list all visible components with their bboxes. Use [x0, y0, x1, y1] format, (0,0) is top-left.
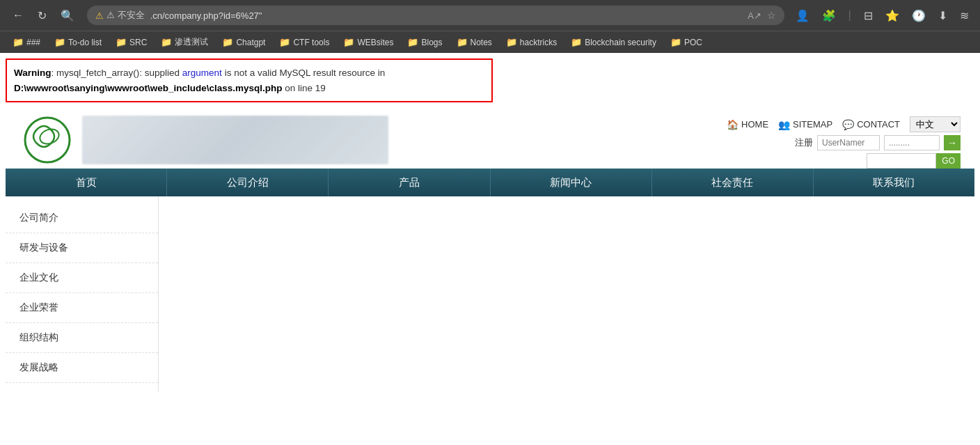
- bookmark-bm-hacktricks[interactable]: 📁hacktricks: [500, 35, 562, 49]
- address-bar[interactable]: ⚠ ⚠ 不安全 .cn/company.php?id=6%27" A↗ ☆: [87, 6, 784, 25]
- sql-error-warning: Warning: mysql_fetch_array(): supplied a…: [6, 58, 493, 102]
- sidebar-item-sb-rnd[interactable]: 研发与设备: [6, 233, 158, 263]
- bookmark-bm-websites[interactable]: 📁WEBsites: [338, 35, 399, 49]
- folder-icon: 📁: [222, 37, 233, 47]
- bookmark-bm-hash[interactable]: 📁###: [7, 35, 46, 49]
- warning-text-2: is not a valid MySQL result resource in: [222, 68, 385, 78]
- refresh-button[interactable]: ↻: [33, 6, 51, 25]
- bookmark-label: Blockchain security: [585, 38, 656, 47]
- browser-chrome: ← ↻ 🔍 ⚠ ⚠ 不安全 .cn/company.php?id=6%27" A…: [0, 0, 980, 31]
- bookmark-label: WEBsites: [357, 38, 393, 47]
- folder-icon: 📁: [54, 37, 65, 47]
- bookmark-bm-blockchain[interactable]: 📁Blockchain security: [565, 35, 662, 49]
- home-nav-item[interactable]: 🏠 HOME: [727, 119, 768, 130]
- site-banner: [82, 116, 388, 164]
- search-button[interactable]: 🔍: [56, 6, 79, 25]
- split-view-icon[interactable]: ⊟: [861, 8, 876, 24]
- bookmark-bm-blogs[interactable]: 📁Blogs: [402, 35, 448, 49]
- contact-nav-item[interactable]: 💬 CONTACT: [842, 119, 900, 130]
- content-area: 公司简介研发与设备企业文化企业荣誉组织结构发展战略: [6, 196, 974, 391]
- bookmark-bm-src[interactable]: 📁SRC: [110, 35, 152, 49]
- sitemap-label: SITEMAP: [793, 119, 832, 130]
- nav-item-nav-csr[interactable]: 社会责任: [652, 169, 814, 196]
- folder-icon: 📁: [670, 37, 681, 47]
- language-selector[interactable]: 中文 English: [910, 116, 961, 132]
- back-button[interactable]: ←: [8, 6, 28, 24]
- site-logo: [19, 112, 75, 168]
- folder-icon: 📁: [457, 37, 468, 47]
- warning-text-1: : mysql_fetch_array(): supplied: [52, 68, 182, 78]
- home-label: HOME: [741, 119, 768, 130]
- go-button[interactable]: GO: [936, 153, 961, 169]
- folder-icon: 📁: [506, 37, 517, 47]
- website-container: 🏠 HOME 👥 SITEMAP 💬 CONTACT 中文 English: [6, 108, 974, 391]
- register-label: 注册: [795, 136, 813, 149]
- go-input[interactable]: [867, 153, 936, 169]
- svg-point-1: [38, 127, 61, 146]
- folder-icon: 📁: [407, 37, 418, 47]
- sitemap-nav-item[interactable]: 👥 SITEMAP: [778, 119, 832, 130]
- favorite-icon[interactable]: ☆: [767, 10, 776, 21]
- bookmark-bm-poc[interactable]: 📁POC: [665, 35, 708, 49]
- sidebar-item-sb-intro[interactable]: 公司简介: [6, 203, 158, 233]
- svg-point-0: [25, 118, 70, 162]
- sidebar-item-sb-honor[interactable]: 企业荣誉: [6, 293, 158, 323]
- sidebar-item-sb-culture[interactable]: 企业文化: [6, 263, 158, 293]
- sidebar-item-sb-org[interactable]: 组织结构: [6, 323, 158, 353]
- contact-icon: 💬: [842, 119, 854, 130]
- url-text: .cn/company.php?id=6%27": [150, 10, 743, 21]
- main-content: [159, 196, 974, 391]
- home-icon: 🏠: [727, 119, 738, 130]
- bookmark-bm-notes[interactable]: 📁Notes: [451, 35, 498, 49]
- folder-icon: 📁: [13, 37, 24, 47]
- bookmark-label: ###: [26, 38, 40, 47]
- bookmark-label: SRC: [129, 38, 147, 47]
- warning-argument: argument: [182, 68, 222, 78]
- bookmark-label: Blogs: [421, 38, 442, 47]
- insecure-label: ⚠ 不安全: [106, 9, 145, 22]
- nav-item-nav-contact[interactable]: 联系我们: [814, 169, 974, 196]
- nav-buttons: ← ↻ 🔍: [8, 6, 79, 25]
- warning-text-3: on line: [283, 83, 315, 93]
- bookmark-bm-pentest[interactable]: 📁渗透测试: [155, 34, 214, 50]
- more-options-icon[interactable]: ≋: [957, 8, 972, 24]
- browser-actions: 👤 🧩 | ⊟ ⭐ 🕐 ⬇ ≋: [793, 8, 972, 24]
- warning-label: Warning: [14, 68, 52, 78]
- separator-1: |: [846, 8, 854, 23]
- nav-item-nav-news[interactable]: 新闻中心: [491, 169, 652, 196]
- password-input[interactable]: [884, 135, 940, 150]
- bookmark-bm-chatgpt[interactable]: 📁Chatgpt: [216, 35, 271, 49]
- bookmark-label: Chatgpt: [236, 38, 265, 47]
- folder-icon: 📁: [343, 37, 354, 47]
- nav-item-nav-home[interactable]: 首页: [6, 169, 167, 196]
- bookmark-label: POC: [684, 38, 702, 47]
- contact-label: CONTACT: [857, 119, 900, 130]
- bookmark-label: 渗透测试: [175, 36, 208, 48]
- login-arrow-button[interactable]: →: [944, 135, 961, 150]
- bookmark-label: hacktricks: [520, 38, 557, 47]
- sitemap-icon: 👥: [778, 119, 790, 130]
- warning-filepath: D:\wwwroot\sanying\wwwroot\web_include\c…: [14, 83, 283, 93]
- bookmark-bm-ctf[interactable]: 📁CTF tools: [274, 35, 335, 49]
- profile-icon[interactable]: 👤: [793, 8, 812, 24]
- nav-item-nav-products[interactable]: 产品: [329, 169, 490, 196]
- download-icon[interactable]: ⬇: [935, 8, 950, 24]
- bookmark-label: Notes: [471, 38, 492, 47]
- history-icon[interactable]: 🕐: [909, 8, 928, 24]
- bookmark-label: CTF tools: [293, 38, 329, 47]
- extensions-icon[interactable]: 🧩: [819, 8, 839, 24]
- sidebar: 公司简介研发与设备企业文化企业荣誉组织结构发展战略: [6, 196, 159, 391]
- username-input[interactable]: [817, 135, 880, 150]
- folder-icon: 📁: [116, 37, 127, 47]
- warning-line: 19: [315, 83, 326, 93]
- folder-icon: 📁: [571, 37, 582, 47]
- main-navigation: 首页公司介绍产品新闻中心社会责任联系我们: [6, 169, 974, 196]
- sidebar-item-sb-dev[interactable]: 发展战略: [6, 353, 158, 383]
- folder-icon: 📁: [279, 37, 290, 47]
- bookmark-bm-todo[interactable]: 📁To-do list: [49, 35, 107, 49]
- nav-item-nav-about[interactable]: 公司介绍: [167, 169, 329, 196]
- bookmarks-bar: 📁###📁To-do list📁SRC📁渗透测试📁Chatgpt📁CTF too…: [0, 31, 980, 53]
- security-warning-icon: ⚠: [95, 10, 104, 21]
- read-aloud-icon[interactable]: A↗: [748, 10, 761, 21]
- favorites-bar-icon[interactable]: ⭐: [883, 8, 902, 24]
